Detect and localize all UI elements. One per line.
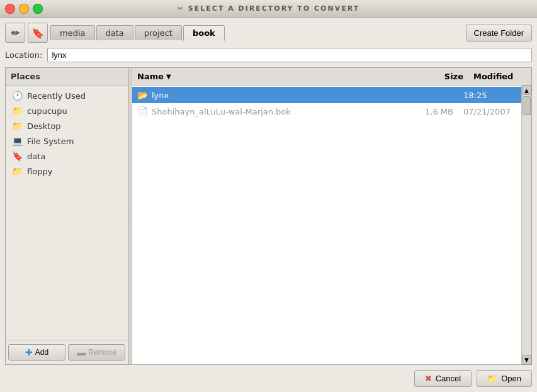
open-button[interactable]: 📁 Open bbox=[477, 370, 532, 387]
sidebar-item-data[interactable]: 🔖 data bbox=[6, 148, 128, 164]
table-row[interactable]: 📂 lynx 18:25 bbox=[132, 87, 521, 103]
location-input[interactable] bbox=[47, 48, 532, 62]
scrollbar-track: ▲ ▼ bbox=[522, 86, 531, 364]
places-header: Places bbox=[6, 68, 128, 86]
toolbar: ✏ 🔖 media data project book Create Folde… bbox=[5, 23, 532, 43]
sidebar-item-cupucupu[interactable]: 📁 cupucupu bbox=[6, 103, 128, 118]
file-list: 📂 lynx 18:25 📄 Shohihayn_alLuLu-wal-Marj… bbox=[132, 86, 521, 364]
scroll-up-button[interactable]: ▲ bbox=[522, 86, 531, 95]
file-table-header: Name ▼ Size Modified bbox=[132, 68, 531, 86]
window-title: ✂ SELECT A DIRECTORY TO CONVERT bbox=[178, 4, 359, 13]
sidebar-item-floppy[interactable]: 📁 floppy bbox=[6, 164, 128, 179]
sidebar-item-desktop[interactable]: 📁 Desktop bbox=[6, 118, 128, 133]
minimize-button[interactable] bbox=[19, 4, 29, 14]
location-bar: Location: bbox=[5, 48, 532, 62]
folder-icon-desktop: 📁 bbox=[11, 121, 23, 131]
tab-data[interactable]: data bbox=[96, 25, 133, 40]
window-controls[interactable] bbox=[5, 4, 43, 14]
table-row[interactable]: 📄 Shohihayn_alLuLu-wal-Marjan.bok 1.6 MB… bbox=[132, 103, 521, 120]
file-modified-lynx: 18:25 bbox=[458, 89, 521, 101]
folder-icon-floppy: 📁 bbox=[11, 166, 23, 176]
file-panel: Name ▼ Size Modified 📂 lynx bbox=[132, 68, 531, 364]
file-name-lynx: 📂 lynx bbox=[132, 89, 408, 101]
location-label: Location: bbox=[5, 50, 42, 60]
scroll-thumb[interactable] bbox=[523, 96, 531, 115]
recently-used-icon: 🕐 bbox=[11, 91, 23, 101]
file-size-bok: 1.6 MB bbox=[408, 106, 458, 118]
open-icon: 📁 bbox=[487, 374, 497, 383]
add-icon: ✚ bbox=[25, 347, 33, 357]
remove-icon: ▬ bbox=[77, 347, 86, 357]
filesystem-icon: 💻 bbox=[11, 136, 23, 146]
places-footer: ✚ Add ▬ Remove bbox=[6, 340, 128, 364]
toolbar-left: ✏ 🔖 media data project book bbox=[5, 23, 225, 43]
remove-place-button[interactable]: ▬ Remove bbox=[68, 344, 125, 361]
bookmark-icon-button[interactable]: 🔖 bbox=[28, 23, 48, 43]
scrollbar[interactable]: ▲ ▼ bbox=[521, 86, 531, 364]
create-folder-button[interactable]: Create Folder bbox=[466, 25, 532, 42]
maximize-button[interactable] bbox=[33, 4, 43, 14]
sidebar-item-recently-used[interactable]: 🕐 Recently Used bbox=[6, 88, 128, 103]
column-name[interactable]: Name ▼ bbox=[132, 70, 418, 82]
open-folder-icon: 📂 bbox=[137, 90, 148, 100]
title-bar: ✂ SELECT A DIRECTORY TO CONVERT bbox=[0, 0, 537, 18]
file-modified-bok: 07/21/2007 bbox=[458, 106, 521, 118]
file-size-lynx bbox=[408, 94, 458, 96]
edit-icon-button[interactable]: ✏ bbox=[5, 23, 25, 43]
sidebar-item-filesystem[interactable]: 💻 File System bbox=[6, 133, 128, 148]
sort-arrow-icon: ▼ bbox=[166, 73, 171, 80]
file-icon: 📄 bbox=[137, 106, 148, 116]
bookmark-icon-data: 🔖 bbox=[11, 151, 23, 161]
dialog-body: ✏ 🔖 media data project book Create Folde… bbox=[0, 18, 537, 392]
file-name-bok: 📄 Shohihayn_alLuLu-wal-Marjan.bok bbox=[132, 105, 408, 118]
folder-icon-cupucupu: 📁 bbox=[11, 106, 23, 116]
column-modified[interactable]: Modified bbox=[468, 70, 531, 82]
tab-media[interactable]: media bbox=[50, 25, 95, 40]
places-list: 🕐 Recently Used 📁 cupucupu 📁 Desktop 💻 F… bbox=[6, 86, 128, 340]
bottom-bar: ✖ Cancel 📁 Open bbox=[5, 365, 532, 387]
add-place-button[interactable]: ✚ Add bbox=[8, 344, 65, 361]
cancel-icon: ✖ bbox=[425, 374, 432, 383]
cancel-button[interactable]: ✖ Cancel bbox=[414, 370, 472, 387]
column-size[interactable]: Size bbox=[418, 70, 468, 82]
scroll-down-button[interactable]: ▼ bbox=[522, 355, 531, 364]
tab-book[interactable]: book bbox=[183, 25, 225, 41]
places-panel: Places 🕐 Recently Used 📁 cupucupu 📁 Desk… bbox=[6, 68, 128, 364]
close-button[interactable] bbox=[5, 4, 15, 14]
tab-bar: media data project book bbox=[50, 25, 225, 40]
tab-project[interactable]: project bbox=[135, 25, 182, 40]
main-area: Places 🕐 Recently Used 📁 cupucupu 📁 Desk… bbox=[5, 67, 532, 365]
